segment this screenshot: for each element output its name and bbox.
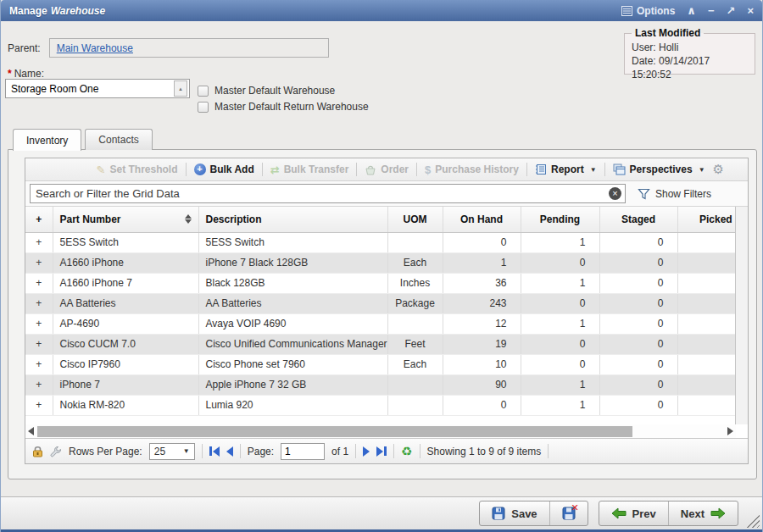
- cell: Lumia 920: [198, 395, 387, 415]
- row-expand-button[interactable]: +: [25, 273, 53, 293]
- cell: 0: [599, 374, 677, 395]
- cell: 0: [599, 273, 677, 293]
- collapse-icon[interactable]: ∧: [687, 5, 696, 16]
- parent-warehouse-link[interactable]: Main Warehouse: [57, 42, 133, 54]
- row-expand-button[interactable]: +: [25, 374, 53, 395]
- order-button[interactable]: Order: [365, 163, 409, 175]
- refresh-icon[interactable]: ♻: [401, 444, 412, 459]
- last-page-button[interactable]: [376, 446, 387, 457]
- save-and-close-button[interactable]: ✕: [549, 502, 588, 525]
- minimize-icon[interactable]: −: [708, 5, 715, 16]
- cell: 1: [443, 252, 521, 273]
- prev-page-button[interactable]: [226, 446, 233, 457]
- popout-icon[interactable]: ↗: [727, 5, 736, 16]
- set-threshold-button[interactable]: ✎ Set Threshold: [97, 163, 178, 176]
- perspectives-icon: [613, 163, 626, 175]
- table-row[interactable]: +AP-4690Avaya VOIP 46901210: [25, 313, 736, 334]
- bulk-transfer-button[interactable]: ⇄ Bulk Transfer: [270, 163, 349, 176]
- scroll-right-icon[interactable]: [727, 427, 733, 435]
- next-page-icon: [363, 446, 370, 457]
- row-expand-button[interactable]: +: [25, 313, 53, 334]
- page-number-input[interactable]: [281, 443, 325, 460]
- cell: 0: [599, 395, 677, 415]
- inventory-tab-panel: ✎ Set Threshold + Bulk Add ⇄ Bulk Transf…: [8, 149, 757, 479]
- grid-toolbar: ✎ Set Threshold + Bulk Add ⇄ Bulk Transf…: [25, 158, 748, 181]
- master-default-return-warehouse-option: Master Default Return Warehouse: [198, 101, 369, 113]
- row-expand-button[interactable]: +: [25, 293, 53, 313]
- column-header-uom[interactable]: UOM: [387, 207, 443, 232]
- cell: [677, 395, 736, 415]
- wrench-icon[interactable]: [50, 446, 62, 457]
- row-expand-button[interactable]: +: [25, 252, 53, 273]
- name-input[interactable]: [6, 83, 174, 95]
- sort-icon[interactable]: [185, 214, 192, 224]
- scroll-left-icon[interactable]: [28, 427, 34, 435]
- column-header-description[interactable]: Description: [198, 207, 387, 232]
- perspectives-button[interactable]: Perspectives ▼: [613, 163, 705, 175]
- cell: [677, 354, 736, 374]
- column-header-picked-up[interactable]: Picked Up: [677, 207, 736, 232]
- next-page-button[interactable]: [363, 446, 370, 457]
- table-row[interactable]: +Nokia RM-820Lumia 920010: [25, 395, 736, 415]
- vertical-scrollbar[interactable]: [735, 207, 748, 424]
- cell: Each: [387, 354, 443, 374]
- table-row[interactable]: +5ESS Switch5ESS Switch010: [25, 232, 736, 252]
- gear-icon[interactable]: ⚙: [713, 162, 724, 177]
- cell: A1660 iPhone 7: [53, 273, 198, 293]
- search-input[interactable]: [30, 184, 626, 203]
- column-header-staged[interactable]: Staged: [599, 207, 677, 232]
- report-icon: [535, 163, 547, 175]
- column-header-part-number[interactable]: Part Number: [53, 207, 198, 232]
- rows-per-page-select[interactable]: 25 ▼: [149, 443, 195, 460]
- cell: [387, 395, 443, 415]
- tab-inventory[interactable]: Inventory: [13, 129, 81, 151]
- cell: 1: [521, 374, 599, 395]
- show-filters-button[interactable]: Show Filters: [638, 188, 711, 200]
- show-filters-label: Show Filters: [655, 188, 711, 200]
- table-row[interactable]: +A1660 iPhoneiPhone 7 Black 128GBEach100: [25, 252, 736, 273]
- horizontal-scrollbar-thumb[interactable]: [37, 426, 632, 437]
- table-row[interactable]: +A1660 iPhone 7Black 128GBInches3610: [25, 273, 736, 293]
- row-expand-button[interactable]: +: [25, 354, 53, 374]
- grid-body: +5ESS Switch5ESS Switch010+A1660 iPhonei…: [25, 232, 736, 415]
- cell: Cisco IP7960: [53, 354, 198, 374]
- table-row[interactable]: +Cisco CUCM 7.0Cisco Unified Communicati…: [25, 334, 736, 354]
- plus-icon: +: [194, 163, 206, 175]
- master-default-return-warehouse-checkbox[interactable]: [198, 102, 209, 113]
- name-field-button[interactable]: ▲: [174, 80, 187, 97]
- last-modified-panel: Last Modified User: Holli Date: 09/14/20…: [624, 27, 755, 75]
- table-row[interactable]: +iPhone 7Apple iPhone 7 32 GB9010: [25, 374, 736, 395]
- close-icon[interactable]: ×: [747, 5, 754, 16]
- bulk-add-button[interactable]: + Bulk Add: [194, 163, 254, 175]
- cell: 90: [443, 374, 521, 395]
- options-menu[interactable]: Options: [621, 5, 675, 17]
- first-page-icon: [213, 446, 220, 457]
- save-button[interactable]: Save: [480, 502, 549, 525]
- footer-bar: Save ✕ Prev Next: [1, 497, 762, 529]
- prev-page-icon: [226, 446, 233, 457]
- cell: [387, 313, 443, 334]
- page-label: Page:: [248, 446, 274, 457]
- column-header-on-hand[interactable]: On Hand: [443, 207, 521, 232]
- cell: AA Batteries: [53, 293, 198, 313]
- master-default-warehouse-checkbox[interactable]: [198, 86, 209, 97]
- row-expand-button[interactable]: +: [25, 334, 53, 354]
- cell: Nokia RM-820: [53, 395, 198, 415]
- clear-search-icon[interactable]: ×: [609, 187, 621, 200]
- column-header-pending[interactable]: Pending: [521, 207, 599, 232]
- first-page-button[interactable]: [209, 446, 220, 457]
- row-expand-button[interactable]: +: [25, 395, 53, 415]
- prev-button[interactable]: Prev: [599, 502, 668, 525]
- next-button[interactable]: Next: [668, 502, 738, 525]
- table-row[interactable]: +Cisco IP7960Cisco Phone set 7960Each100…: [25, 354, 736, 374]
- purchase-history-button[interactable]: $ Purchase History: [425, 163, 519, 176]
- cell: [677, 334, 736, 354]
- cell: Cisco Phone set 7960: [198, 354, 387, 374]
- lock-icon[interactable]: [32, 446, 43, 457]
- expand-column-header[interactable]: +: [25, 207, 53, 232]
- grid-table-area: + Part Number Description UOM On Hand Pe…: [25, 207, 736, 416]
- row-expand-button[interactable]: +: [25, 232, 53, 252]
- tab-contacts[interactable]: Contacts: [85, 129, 152, 150]
- table-row[interactable]: +AA BatteriesAA BatteriesPackage24300: [25, 293, 736, 313]
- report-button[interactable]: Report ▼: [535, 163, 597, 175]
